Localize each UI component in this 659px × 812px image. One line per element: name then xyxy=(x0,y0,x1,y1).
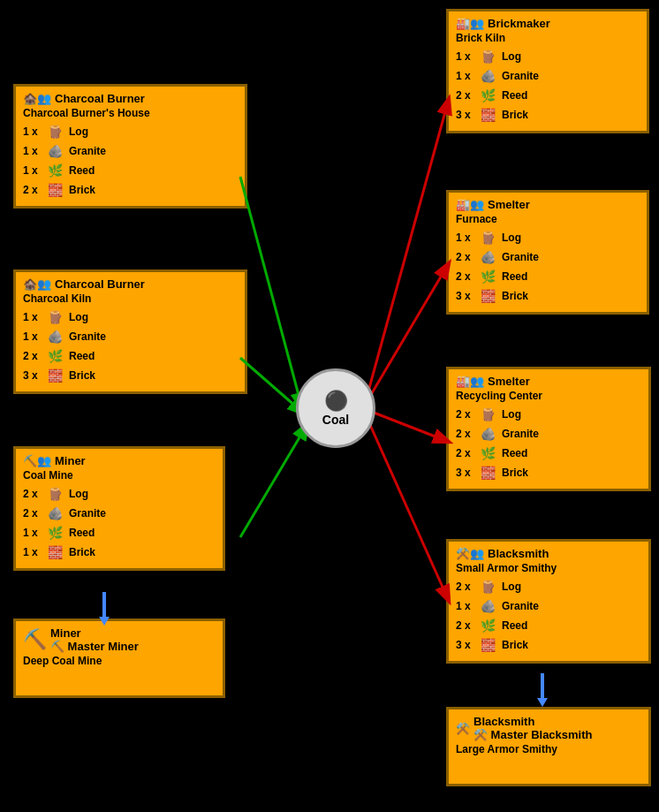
brickmaker-title: Brickmaker xyxy=(488,17,550,30)
granite-icon-r2: 🪨 xyxy=(477,425,498,443)
charcoal-kiln-res-0: 1 x 🪵 Log xyxy=(23,308,238,326)
coal-mine-res-3: 1 x 🧱 Brick xyxy=(23,543,216,561)
smelter-furnace-res-2: 2 x 🌿 Reed xyxy=(456,268,640,285)
charcoal-kiln-res-1: 1 x 🪨 Granite xyxy=(23,328,238,345)
smelter-furnace-box: 🏭👥 Smelter Furnace 1 x 🪵 Log 2 x 🪨 Grani… xyxy=(446,190,649,315)
coal-center-node: ⚫ Coal xyxy=(296,368,375,448)
brickmaker-res-2: 2 x 🌿 Reed xyxy=(456,87,640,104)
svg-line-2 xyxy=(240,424,307,537)
brickmaker-icon: 🏭👥 xyxy=(456,17,484,30)
smelter-furnace-subtitle: Furnace xyxy=(456,213,640,225)
large-armor-smithy-box: ⚒️ Blacksmith ⚒️ Master Blacksmith Large… xyxy=(446,707,651,786)
granite-icon-r3: 🪨 xyxy=(477,597,498,615)
small-armor-smithy-title: Blacksmith xyxy=(488,547,549,560)
large-armor-smithy-subtitle: Large Armor Smithy xyxy=(456,743,641,755)
deep-coal-mine-icon: ⛏️ xyxy=(23,628,47,651)
charcoal-kiln-res-2: 2 x 🌿 Reed xyxy=(23,347,238,365)
smelter-furnace-icon: 🏭👥 xyxy=(456,198,484,211)
deep-coal-mine-title-1: Miner xyxy=(50,626,139,640)
brickmaker-res-1: 1 x 🪨 Granite xyxy=(456,67,640,85)
small-armor-smithy-box: ⚒️👥 Blacksmith Small Armor Smithy 2 x 🪵 … xyxy=(446,539,651,664)
smelter-furnace-res-1: 2 x 🪨 Granite xyxy=(456,248,640,266)
coal-mine-icon: ⛏️👥 xyxy=(23,454,51,467)
blue-arrow-mine xyxy=(99,592,110,626)
reed-icon-0: 🌿 xyxy=(44,162,65,179)
coal-mine-res-1: 2 x 🪨 Granite xyxy=(23,505,216,522)
log-icon-1: 🪵 xyxy=(44,308,65,326)
brickmaker-box: 🏭👥 Brickmaker Brick Kiln 1 x 🪵 Log 1 x 🪨… xyxy=(446,9,649,133)
coal-mine-res-0: 2 x 🪵 Log xyxy=(23,485,216,503)
recycling-center-title-row: 🏭👥 Smelter xyxy=(456,375,641,388)
svg-line-0 xyxy=(240,177,302,408)
deep-coal-mine-title-2: ⛏️ Master Miner xyxy=(50,640,139,653)
charcoal-kiln-subtitle: Charcoal Kiln xyxy=(23,292,238,305)
recycling-center-icon: 🏭👥 xyxy=(456,375,484,388)
charcoal-burner-house-icon: 🏚️👥 xyxy=(23,92,51,105)
log-icon-r2: 🪵 xyxy=(477,406,498,423)
charcoal-burner-house-title: Charcoal Burner xyxy=(55,92,145,105)
large-armor-smithy-title-2: ⚒️ Master Blacksmith xyxy=(473,728,593,741)
small-armor-smithy-res-0: 2 x 🪵 Log xyxy=(456,578,641,596)
coal-mine-res-2: 1 x 🌿 Reed xyxy=(23,524,216,542)
charcoal-burner-house-title-row: 🏚️👥 Charcoal Burner xyxy=(23,92,238,105)
small-armor-smithy-title-row: ⚒️👥 Blacksmith xyxy=(456,547,641,560)
charcoal-burner-house-res-0: 1 x 🪵 Log xyxy=(23,123,238,140)
charcoal-kiln-icon: 🏚️👥 xyxy=(23,277,51,291)
charcoal-burner-house-res-3: 2 x 🧱 Brick xyxy=(23,181,238,199)
reed-icon-r2: 🌿 xyxy=(477,444,498,462)
brick-icon-r3: 🧱 xyxy=(477,636,498,654)
coal-label: Coal xyxy=(322,413,349,427)
recycling-center-res-0: 2 x 🪵 Log xyxy=(456,406,641,423)
reed-icon-1: 🌿 xyxy=(44,347,65,365)
svg-line-1 xyxy=(240,358,304,414)
coal-mine-subtitle: Coal Mine xyxy=(23,469,216,482)
granite-icon-1: 🪨 xyxy=(44,328,65,345)
coal-icon: ⚫ xyxy=(324,390,348,413)
coal-mine-box: ⛏️👥 Miner Coal Mine 2 x 🪵 Log 2 x 🪨 Gran… xyxy=(13,446,225,571)
granite-icon-0: 🪨 xyxy=(44,142,65,160)
charcoal-burner-house-box: 🏚️👥 Charcoal Burner Charcoal Burner's Ho… xyxy=(13,84,247,209)
recycling-center-res-1: 2 x 🪨 Granite xyxy=(456,425,641,443)
recycling-center-box: 🏭👥 Smelter Recycling Center 2 x 🪵 Log 2 … xyxy=(446,367,651,491)
deep-coal-mine-subtitle: Deep Coal Mine xyxy=(23,655,216,667)
smelter-furnace-res-0: 1 x 🪵 Log xyxy=(456,229,640,247)
charcoal-burner-house-res-1: 1 x 🪨 Granite xyxy=(23,142,238,160)
granite-icon-r0: 🪨 xyxy=(477,67,498,85)
reed-icon-r1: 🌿 xyxy=(477,268,498,285)
brick-icon-1: 🧱 xyxy=(44,367,65,384)
large-armor-smithy-title-row: ⚒️ Blacksmith ⚒️ Master Blacksmith xyxy=(456,715,641,741)
large-armor-smithy-icon: ⚒️ xyxy=(456,722,470,735)
brick-icon-r2: 🧱 xyxy=(477,464,498,482)
recycling-center-subtitle: Recycling Center xyxy=(456,390,641,402)
small-armor-smithy-subtitle: Small Armor Smithy xyxy=(456,562,641,574)
brick-icon-2: 🧱 xyxy=(44,543,65,561)
log-icon-r0: 🪵 xyxy=(477,48,498,65)
brickmaker-subtitle: Brick Kiln xyxy=(456,32,640,44)
brick-icon-r0: 🧱 xyxy=(477,106,498,124)
svg-line-3 xyxy=(367,99,449,398)
small-armor-smithy-res-3: 3 x 🧱 Brick xyxy=(456,636,641,654)
large-armor-smithy-title-1: Blacksmith xyxy=(473,715,593,728)
log-icon-r3: 🪵 xyxy=(477,578,498,596)
log-icon-2: 🪵 xyxy=(44,485,65,503)
brick-icon-r1: 🧱 xyxy=(477,287,498,305)
svg-line-6 xyxy=(367,417,449,601)
brickmaker-title-row: 🏭👥 Brickmaker xyxy=(456,17,640,30)
recycling-center-res-3: 3 x 🧱 Brick xyxy=(456,464,641,482)
svg-line-5 xyxy=(369,411,449,442)
small-armor-smithy-res-2: 2 x 🌿 Reed xyxy=(456,617,641,634)
log-icon-r1: 🪵 xyxy=(477,229,498,247)
granite-icon-2: 🪨 xyxy=(44,505,65,522)
smelter-furnace-res-3: 3 x 🧱 Brick xyxy=(456,287,640,305)
charcoal-kiln-res-3: 3 x 🧱 Brick xyxy=(23,367,238,384)
smelter-furnace-title-row: 🏭👥 Smelter xyxy=(456,198,640,211)
deep-coal-mine-title-row: ⛏️ Miner ⛏️ Master Miner xyxy=(23,626,216,653)
charcoal-burner-house-res-2: 1 x 🌿 Reed xyxy=(23,162,238,179)
charcoal-kiln-title: Charcoal Burner xyxy=(55,277,145,291)
log-icon-0: 🪵 xyxy=(44,123,65,140)
charcoal-burner-house-subtitle: Charcoal Burner's House xyxy=(23,107,238,119)
smelter-furnace-title: Smelter xyxy=(488,198,530,211)
deep-coal-mine-box: ⛏️ Miner ⛏️ Master Miner Deep Coal Mine xyxy=(13,618,225,698)
granite-icon-r1: 🪨 xyxy=(477,248,498,266)
recycling-center-title: Smelter xyxy=(488,375,530,388)
